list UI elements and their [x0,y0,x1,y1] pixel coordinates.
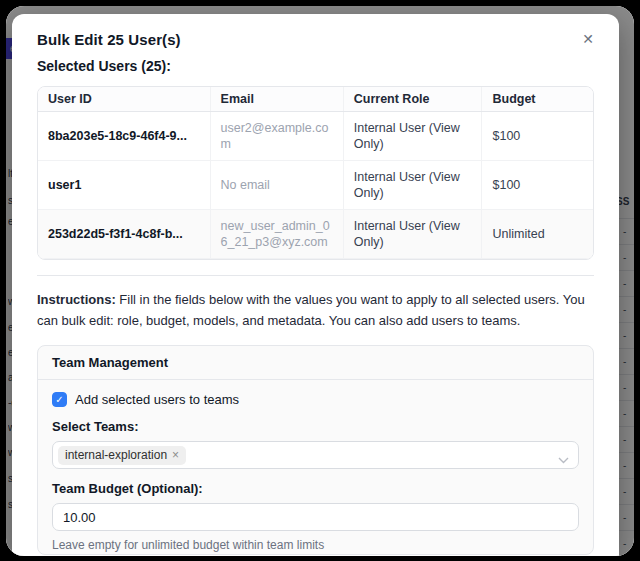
team-budget-input[interactable] [52,503,579,531]
cell-email: No email [210,161,343,210]
cell-email: user2@example.com [210,112,343,161]
selected-users-table: User ID Email Current Role Budget 8ba203… [37,86,594,260]
col-header-user-id: User ID [38,87,210,112]
cell-role: Internal User (View Only) [343,112,482,161]
team-tag-label: internal-exploration [65,448,167,463]
team-budget-label: Team Budget (Optional): [52,481,579,496]
users-table-body: 8ba203e5-18c9-46f4-9...user2@example.com… [38,112,593,261]
team-management-panel: Team Management ✓ Add selected users to … [37,345,594,555]
instructions-body: Fill in the fields below with the values… [37,292,585,328]
cell-uid: 8ba203e5-18c9-46f4-9... [38,112,210,161]
close-icon[interactable]: ✕ [577,28,599,50]
remove-tag-icon[interactable]: × [172,448,179,463]
table-row: 253d22d5-f3f1-4c8f-b...new_user_admin_06… [38,210,593,259]
chevron-down-icon[interactable] [558,450,569,468]
modal-header: Bulk Edit 25 User(s) ✕ [12,14,619,48]
cell-role: Internal User (View Only) [343,210,482,259]
cell-email: new_user_admin_06_21_p3@xyz.com [210,210,343,259]
cell-budget: Unlimited [482,210,593,259]
table-header-row: User ID Email Current Role Budget [38,87,593,112]
table-row: user1No emailInternal User (View Only)$1… [38,161,593,210]
checkbox-label: Add selected users to teams [75,392,239,407]
cell-budget: $100 [482,112,593,161]
cell-role: Internal User (View Only) [343,259,482,261]
table-row: 8ba203e5-18c9-46f4-9...user2@example.com… [38,112,593,161]
modal-title: Bulk Edit 25 User(s) [37,31,594,48]
table-row: 5dbd2335-cdd6-47ca-b...interInternal Use… [38,259,593,261]
teams-multiselect[interactable]: internal-exploration × [52,441,579,469]
team-management-title: Team Management [38,346,593,380]
cell-budget: Unlimited [482,259,593,261]
cell-role: Internal User (View Only) [343,161,482,210]
cell-email: inter [210,259,343,261]
team-management-body: ✓ Add selected users to teams Select Tea… [38,380,593,555]
cell-uid: 253d22d5-f3f1-4c8f-b... [38,210,210,259]
col-header-current-role: Current Role [343,87,482,112]
app-window: e ltseerweear-qwwstst SS ------------- B… [6,6,634,556]
cell-uid: user1 [38,161,210,210]
select-teams-label: Select Teams: [52,419,579,434]
budget-hint-text: Leave empty for unlimited budget within … [52,538,579,552]
col-header-budget: Budget [482,87,593,112]
selected-team-tag: internal-exploration × [58,446,186,465]
add-users-to-teams-checkbox-row[interactable]: ✓ Add selected users to teams [52,392,579,407]
instructions-label: Instructions: [37,292,116,307]
cell-uid: 5dbd2335-cdd6-47ca-b... [38,259,210,261]
bulk-edit-modal: Bulk Edit 25 User(s) ✕ Selected Users (2… [12,14,619,556]
instructions-text: Instructions: Fill in the fields below w… [12,276,619,331]
checkbox-icon[interactable]: ✓ [52,392,67,407]
col-header-email: Email [210,87,343,112]
selected-users-label: Selected Users (25): [12,48,619,74]
cell-budget: $100 [482,161,593,210]
